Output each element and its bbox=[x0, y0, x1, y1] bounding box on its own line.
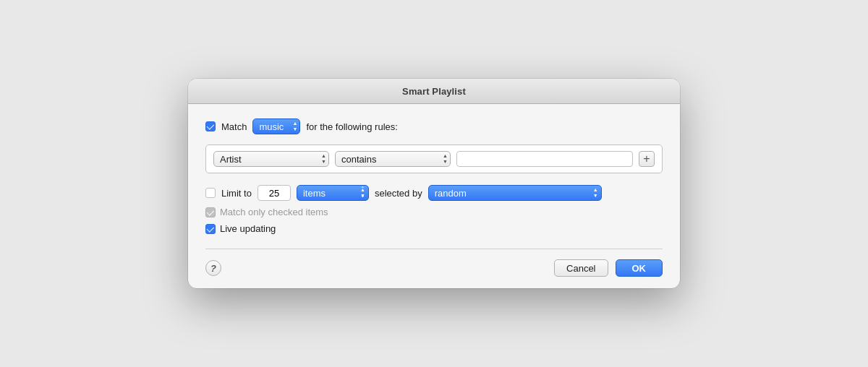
items-select-wrapper[interactable]: items hours MB GB ▲ ▼ bbox=[297, 185, 369, 201]
random-select[interactable]: random album artist most recently played… bbox=[428, 185, 602, 201]
match-label: Match bbox=[221, 121, 247, 132]
match-row: Match music all any ▲ ▼ for the followin… bbox=[205, 118, 663, 134]
items-select[interactable]: items hours MB GB bbox=[297, 185, 369, 201]
add-rule-button[interactable]: + bbox=[639, 151, 655, 167]
match-checkbox[interactable] bbox=[205, 121, 216, 131]
dialog-title: Smart Playlist bbox=[402, 86, 466, 97]
ok-label: OK bbox=[632, 263, 647, 274]
help-button-wrap: ? bbox=[205, 260, 221, 276]
random-select-wrapper[interactable]: random album artist most recently played… bbox=[428, 185, 602, 201]
help-label: ? bbox=[210, 263, 216, 274]
limit-row: Limit to items hours MB GB ▲ ▼ selected … bbox=[205, 185, 663, 201]
selected-by-label: selected by bbox=[375, 188, 422, 199]
ok-button[interactable]: OK bbox=[616, 259, 663, 277]
limit-checkbox[interactable] bbox=[205, 188, 216, 198]
rule-row: Artist Album Song Genre Year Rating ▲ ▼ bbox=[213, 151, 655, 167]
live-updating-checkbox[interactable] bbox=[205, 224, 216, 234]
cancel-label: Cancel bbox=[566, 263, 595, 274]
help-button[interactable]: ? bbox=[205, 260, 221, 276]
rule-value-input[interactable] bbox=[456, 151, 633, 167]
for-label: for the following rules: bbox=[306, 121, 397, 132]
buttons-row: ? Cancel OK bbox=[205, 249, 663, 277]
smart-playlist-dialog: Smart Playlist Match music all any ▲ ▼ f… bbox=[188, 79, 680, 288]
limit-value-input[interactable] bbox=[258, 185, 291, 201]
condition-select-wrapper[interactable]: contains does not contain is is not star… bbox=[335, 151, 451, 167]
live-updating-label: Live updating bbox=[220, 223, 276, 234]
dialog-body: Match music all any ▲ ▼ for the followin… bbox=[188, 104, 680, 288]
field-select[interactable]: Artist Album Song Genre Year Rating bbox=[213, 151, 329, 167]
match-checked-label: Match only checked items bbox=[220, 207, 328, 217]
cancel-button[interactable]: Cancel bbox=[554, 259, 608, 277]
match-checked-row: Match only checked items bbox=[205, 207, 663, 217]
limit-label: Limit to bbox=[221, 188, 252, 199]
music-select[interactable]: music all any bbox=[252, 118, 300, 134]
match-checked-checkbox[interactable] bbox=[205, 207, 216, 217]
title-bar: Smart Playlist bbox=[188, 79, 680, 104]
field-select-wrapper[interactable]: Artist Album Song Genre Year Rating ▲ ▼ bbox=[213, 151, 329, 167]
music-select-wrapper[interactable]: music all any ▲ ▼ bbox=[252, 118, 300, 134]
rules-area: Artist Album Song Genre Year Rating ▲ ▼ bbox=[205, 144, 663, 173]
live-updating-row: Live updating bbox=[205, 223, 663, 234]
condition-select[interactable]: contains does not contain is is not star… bbox=[335, 151, 451, 167]
